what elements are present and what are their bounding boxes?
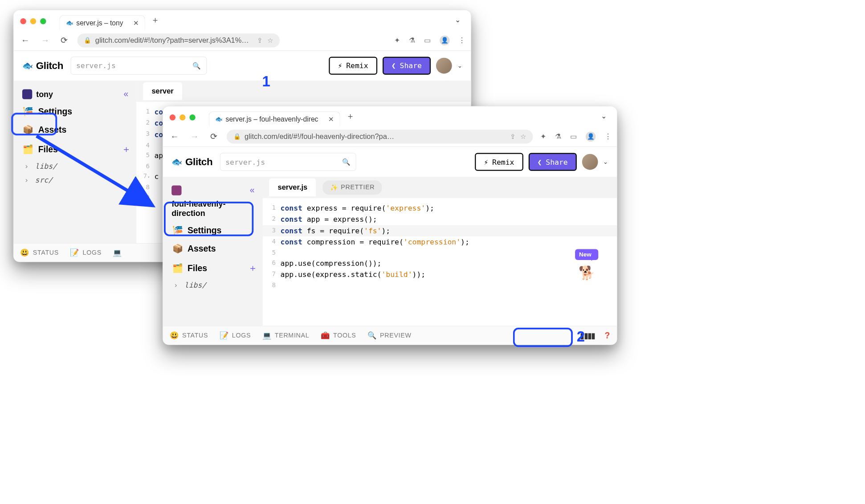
profile-icon[interactable]: 👤	[440, 35, 449, 45]
footer-logs[interactable]: 📝LOGS	[70, 248, 102, 257]
maximize-window-icon[interactable]	[189, 114, 195, 120]
sparkle-icon: ✨	[330, 183, 339, 191]
user-avatar[interactable]	[436, 58, 452, 74]
code-area[interactable]: 1const express = require('express');2con…	[262, 198, 617, 290]
project-selector[interactable]: foul-heavenly-direction	[167, 182, 240, 221]
panel-icon[interactable]: ▭	[570, 132, 577, 141]
footer-preview[interactable]: 🔍PREVIEW	[367, 331, 412, 340]
close-window-icon[interactable]	[20, 18, 26, 24]
project-name: tony	[36, 89, 53, 99]
reload-icon[interactable]: ⟳	[208, 130, 219, 143]
remix-label: Remix	[346, 61, 368, 70]
close-window-icon[interactable]	[170, 114, 175, 120]
share-label: Share	[546, 158, 567, 166]
footer: 😃STATUS 📝LOGS 💻TERMINAL 🧰TOOLS 🔍PREVIEW …	[163, 326, 617, 345]
forward-icon[interactable]: →	[39, 34, 51, 47]
tools-icon: 🧰	[321, 331, 330, 340]
remix-button[interactable]: ⚡ Remix	[475, 153, 523, 171]
panel-icon[interactable]: ▭	[424, 36, 431, 45]
preview-icon: 🔍	[367, 331, 377, 340]
glitch-logo[interactable]: 🐟 Glitch	[22, 60, 63, 71]
back-icon[interactable]: ←	[168, 130, 181, 143]
sidebar: foul-heavenly-direction « 🎏 Settings 📦 A…	[163, 177, 262, 326]
folder-item[interactable]: libs/	[17, 159, 136, 173]
forward-icon[interactable]: →	[188, 130, 200, 143]
collapse-sidebar-icon[interactable]: «	[250, 185, 255, 195]
terminal-icon: 💻	[113, 248, 122, 257]
close-tab-icon[interactable]: ✕	[328, 115, 334, 123]
browser-tab[interactable]: 🐟 server.js – tony ✕	[59, 15, 145, 30]
collapse-sidebar-icon[interactable]: «	[124, 89, 129, 99]
star-icon[interactable]: ☆	[267, 37, 273, 45]
user-menu-chevron-icon[interactable]: ⌄	[457, 62, 462, 69]
new-tab-button[interactable]: ＋	[151, 14, 159, 25]
glitch-logo[interactable]: 🐟 Glitch	[171, 156, 212, 167]
traffic-lights	[170, 114, 196, 120]
minimize-window-icon[interactable]	[180, 114, 185, 120]
sidebar-item-settings[interactable]: 🎏 Settings	[167, 221, 263, 240]
folder-item[interactable]: libs/	[167, 278, 263, 292]
new-badge[interactable]: New 🐕	[575, 249, 598, 282]
labs-icon[interactable]: ⚗	[409, 36, 416, 45]
footer-logs[interactable]: 📝LOGS	[220, 331, 251, 340]
share-button[interactable]: ❮ Share	[383, 57, 431, 74]
settings-icon: 🎏	[23, 106, 33, 117]
sidebar-item-assets[interactable]: 📦 Assets	[167, 240, 263, 258]
url-bar[interactable]: 🔒 glitch.com/edit/#!/tony?path=server.js…	[78, 33, 280, 47]
search-input[interactable]: server.js 🔍	[220, 153, 356, 171]
new-tab-button[interactable]: ＋	[346, 110, 355, 122]
profile-icon[interactable]: 👤	[586, 131, 596, 141]
folder-item[interactable]: src/	[17, 173, 136, 187]
user-avatar[interactable]	[582, 154, 598, 170]
kebab-menu-icon[interactable]: ⋮	[458, 36, 465, 45]
back-icon[interactable]: ←	[19, 34, 31, 47]
editor: server.js ✨ PRETTIER 1const express = re…	[262, 177, 617, 326]
footer-terminal[interactable]: 💻TERMINAL	[262, 331, 310, 340]
tab-list-chevron-icon[interactable]: ⌄	[455, 16, 461, 24]
browser-tab[interactable]: 🐟 server.js – foul-heavenly-direc ✕	[209, 111, 340, 126]
maximize-window-icon[interactable]	[40, 18, 46, 24]
remix-button[interactable]: ⚡ Remix	[329, 57, 377, 74]
share-button[interactable]: ❮ Share	[528, 153, 576, 171]
share-url-icon[interactable]: ⇪	[257, 37, 263, 45]
assets-icon: 📦	[172, 244, 183, 254]
user-menu-chevron-icon[interactable]: ⌄	[603, 158, 608, 165]
project-selector[interactable]: tony	[17, 86, 136, 102]
tab-title: server.js – tony	[76, 19, 123, 27]
kebab-menu-icon[interactable]: ⋮	[604, 132, 612, 141]
add-file-icon[interactable]: ＋	[248, 262, 257, 274]
url-bar[interactable]: 🔒 glitch.com/edit/#!/foul-heavenly-direc…	[227, 130, 533, 143]
annotation-number-1: 1	[262, 73, 270, 89]
help-icon[interactable]: ?	[604, 330, 610, 341]
footer-status[interactable]: 😃STATUS	[20, 248, 59, 257]
labs-icon[interactable]: ⚗	[555, 132, 562, 141]
lock-icon: 🔒	[84, 37, 91, 44]
footer-tools[interactable]: 🧰TOOLS	[321, 331, 356, 340]
star-icon[interactable]: ☆	[520, 133, 526, 141]
share-label: Share	[400, 61, 422, 70]
sidebar-item-files[interactable]: 🗂️ Files ＋	[167, 258, 263, 278]
prettier-button[interactable]: ✨ PRETTIER	[322, 180, 382, 195]
search-input[interactable]: server.js 🔍	[70, 57, 206, 74]
extensions-icon[interactable]: ✦	[394, 36, 400, 45]
close-tab-icon[interactable]: ✕	[133, 19, 139, 27]
sidebar-item-settings[interactable]: 🎏 Settings	[17, 102, 136, 121]
editor-tab[interactable]: server	[143, 82, 182, 100]
minimize-window-icon[interactable]	[30, 18, 36, 24]
reload-icon[interactable]: ⟳	[59, 34, 70, 47]
editor-tab[interactable]: server.js	[269, 179, 316, 196]
footer-status[interactable]: 😃STATUS	[170, 331, 208, 340]
extensions-icon[interactable]: ✦	[540, 132, 546, 141]
logs-icon: 📝	[220, 331, 229, 340]
glitch-fish-icon: 🐟	[22, 61, 33, 71]
project-icon	[171, 185, 181, 195]
footer-terminal-clipped[interactable]: 💻	[113, 248, 122, 257]
sidebar-item-files[interactable]: 🗂️ Files ＋	[17, 139, 136, 159]
app-header: 🐟 Glitch server.js 🔍 ⚡ Remix ❮ Share ⌄	[163, 147, 617, 177]
share-url-icon[interactable]: ⇪	[510, 133, 516, 141]
settings-icon: 🎏	[172, 225, 183, 236]
browser-window-front: 🐟 server.js – foul-heavenly-direc ✕ ＋ ⌄ …	[163, 106, 617, 345]
add-file-icon[interactable]: ＋	[122, 143, 131, 155]
tab-list-chevron-icon[interactable]: ⌄	[601, 112, 607, 120]
sidebar-item-assets[interactable]: 📦 Assets	[17, 121, 136, 139]
